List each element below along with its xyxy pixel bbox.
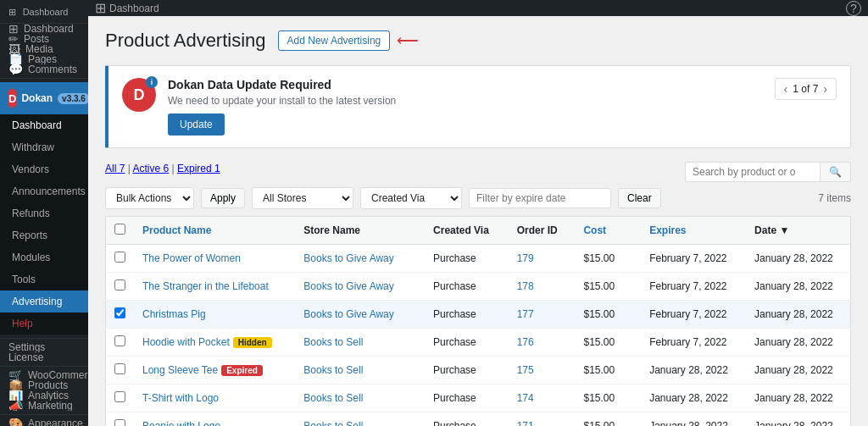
pagination-text: 1 of 7 xyxy=(793,83,818,95)
info-badge: i xyxy=(146,76,158,88)
notice-box: D i Dokan Data Update Required We need t… xyxy=(105,65,851,148)
order-link-6[interactable]: 171 xyxy=(517,420,534,426)
sidebar-item-marketing[interactable]: 📣 Marketing xyxy=(0,401,88,411)
sidebar-item-announcements[interactable]: Announcements xyxy=(0,180,88,202)
product-link-6[interactable]: Beanie with Logo xyxy=(142,420,220,426)
sidebar-item-advertising[interactable]: Advertising xyxy=(0,290,88,313)
order-link-4[interactable]: 175 xyxy=(517,364,534,376)
product-link-3[interactable]: Hoodie with Pocket xyxy=(142,336,230,348)
prev-page-button[interactable]: ‹ xyxy=(782,82,790,96)
row-checkbox-5[interactable] xyxy=(114,391,125,402)
expire-date-filter[interactable] xyxy=(469,188,611,208)
expires-6: January 28, 2022 xyxy=(641,412,746,427)
store-link-2[interactable]: Books to Give Away xyxy=(303,308,394,320)
created-via-4: Purchase xyxy=(425,357,509,385)
row-checkbox-1[interactable] xyxy=(114,279,125,290)
created-via-select[interactable]: Created Via xyxy=(360,187,462,209)
product-link-4[interactable]: Long Sleeve Tee xyxy=(142,364,218,376)
badge-expired: Expired xyxy=(221,365,263,376)
help-icon[interactable]: ? xyxy=(846,1,861,16)
store-link-3[interactable]: Books to Sell xyxy=(303,336,363,348)
wp-logo: ⊞ xyxy=(8,7,16,17)
filter-expired-link[interactable]: Expired 1 xyxy=(177,163,220,174)
store-link-6[interactable]: Books to Sell xyxy=(303,420,363,426)
apply-button[interactable]: Apply xyxy=(201,188,245,208)
page-header: Product Advertising Add New Advertising … xyxy=(105,30,851,52)
sidebar-item-comments[interactable]: 💬 Comments xyxy=(0,64,88,75)
order-link-1[interactable]: 178 xyxy=(517,280,534,292)
sidebar-item-help[interactable]: Help xyxy=(0,313,88,335)
created-via-6: Purchase xyxy=(425,412,509,427)
cost-1: $15.00 xyxy=(575,273,641,301)
sidebar-item-media[interactable]: 🖼 Media xyxy=(0,44,88,54)
sidebar-item-posts[interactable]: ✏ Posts xyxy=(0,34,88,44)
order-link-5[interactable]: 174 xyxy=(517,392,534,404)
sidebar-item-vendors[interactable]: Vendors xyxy=(0,158,88,180)
product-link-1[interactable]: The Stranger in the Lifeboat xyxy=(142,280,269,292)
items-count: 7 items xyxy=(818,192,851,204)
clear-filter-button[interactable]: Clear xyxy=(618,188,661,208)
select-all-checkbox[interactable] xyxy=(114,224,125,235)
col-cost[interactable]: Cost xyxy=(583,224,606,236)
table-row: Christmas Pig Books to Give Away Purchas… xyxy=(106,301,851,329)
product-link-5[interactable]: T-Shirt with Logo xyxy=(142,392,219,404)
store-link-1[interactable]: Books to Give Away xyxy=(303,280,394,292)
store-link-5[interactable]: Books to Sell xyxy=(303,392,363,404)
bulk-actions-select[interactable]: Bulk Actions xyxy=(105,187,194,209)
order-link-3[interactable]: 176 xyxy=(517,336,534,348)
appearance-icon: 🎨 xyxy=(8,418,23,426)
col-product-name[interactable]: Product Name xyxy=(142,224,211,236)
col-expires[interactable]: Expires xyxy=(649,224,686,236)
sidebar-item-analytics[interactable]: 📊 Analytics xyxy=(0,390,88,401)
row-checkbox-4[interactable] xyxy=(114,363,125,374)
sidebar-item-modules[interactable]: Modules xyxy=(0,246,88,268)
sidebar-item-settings[interactable]: Settings xyxy=(0,342,88,352)
col-date[interactable]: Date ▼ xyxy=(754,224,789,236)
sidebar-item-tools[interactable]: Tools xyxy=(0,268,88,290)
table-row: The Stranger in the Lifeboat Books to Gi… xyxy=(106,273,851,301)
dokan-menu-item[interactable]: D Dokan v3.3.6 xyxy=(0,82,88,114)
update-button[interactable]: Update xyxy=(168,113,225,136)
sidebar-item-dokan-dashboard[interactable]: Dashboard xyxy=(0,114,88,136)
sidebar-item-appearance[interactable]: 🎨 Appearance xyxy=(0,418,88,426)
order-link-0[interactable]: 179 xyxy=(517,252,534,264)
sidebar-item-pages[interactable]: 📄 Pages xyxy=(0,54,88,64)
next-page-button[interactable]: › xyxy=(821,82,829,96)
comments-icon: 💬 xyxy=(8,64,23,75)
media-icon: 🖼 xyxy=(8,44,20,54)
sidebar-item-woocommerce[interactable]: 🛒 WooCommerce xyxy=(0,370,88,380)
product-link-2[interactable]: Christmas Pig xyxy=(142,308,206,320)
cost-5: $15.00 xyxy=(575,385,641,412)
order-link-2[interactable]: 177 xyxy=(517,308,534,320)
row-checkbox-0[interactable] xyxy=(114,252,125,263)
sidebar-item-products[interactable]: 📦 Products xyxy=(0,380,88,390)
row-checkbox-6[interactable] xyxy=(114,419,125,426)
filter-active-link[interactable]: Active 6 xyxy=(132,163,169,174)
sidebar-item-withdraw[interactable]: Withdraw xyxy=(0,136,88,158)
notice-description: We need to update your install to the la… xyxy=(168,95,396,107)
filter-all-link[interactable]: All 7 xyxy=(105,163,125,174)
sidebar-item-comments-label: Comments xyxy=(28,64,77,75)
woocommerce-label: WooCommerce xyxy=(28,370,88,380)
col-store-name: Store Name xyxy=(303,224,360,236)
search-button[interactable]: 🔍 xyxy=(821,162,851,182)
expires-5: January 28, 2022 xyxy=(641,385,746,412)
product-link-0[interactable]: The Power of Women xyxy=(142,252,241,264)
search-input[interactable] xyxy=(685,162,821,182)
notice-content: Dokan Data Update Required We need to up… xyxy=(168,78,396,136)
row-checkbox-2[interactable] xyxy=(114,307,125,318)
products-icon: 📦 xyxy=(8,380,23,390)
sidebar-item-reports[interactable]: Reports xyxy=(0,224,88,246)
add-new-advertising-button[interactable]: Add New Advertising xyxy=(278,30,391,51)
store-filter-select[interactable]: All Stores xyxy=(252,187,353,209)
filter-links: All 7 | Active 6 | Expired 1 xyxy=(105,163,220,174)
date-4: January 28, 2022 xyxy=(746,357,850,385)
sidebar-item-license[interactable]: License xyxy=(0,352,88,362)
col-created-via: Created Via xyxy=(433,224,489,236)
cost-3: $15.00 xyxy=(575,329,641,357)
sidebar-item-refunds[interactable]: Refunds xyxy=(0,202,88,224)
sidebar-item-dashboard[interactable]: ⊞ Dashboard xyxy=(0,24,88,34)
store-link-0[interactable]: Books to Give Away xyxy=(303,252,394,264)
store-link-4[interactable]: Books to Sell xyxy=(303,364,363,376)
row-checkbox-3[interactable] xyxy=(114,335,125,346)
